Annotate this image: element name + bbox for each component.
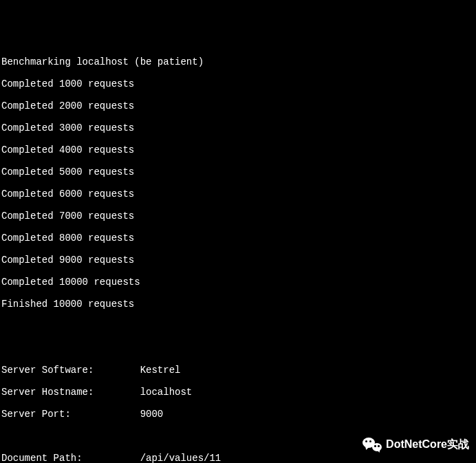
progress-line: Completed 3000 requests (1, 122, 476, 133)
progress-line: Completed 8000 requests (1, 233, 476, 244)
watermark-text: DotNetCore实战 (386, 439, 469, 450)
progress-line: Completed 9000 requests (1, 255, 476, 266)
progress-line: Completed 7000 requests (1, 211, 476, 222)
blank-line (1, 343, 476, 354)
watermark: DotNetCore实战 (363, 436, 469, 453)
progress-line: Completed 6000 requests (1, 189, 476, 200)
progress-line: Completed 4000 requests (1, 144, 476, 155)
wechat-icon (363, 436, 382, 453)
progress-line: Completed 5000 requests (1, 166, 476, 177)
server-port: Server Port: 9000 (1, 409, 476, 420)
benchmark-header: Benchmarking localhost (be patient) (1, 56, 476, 67)
progress-line: Completed 1000 requests (1, 78, 476, 89)
progress-line: Completed 10000 requests (1, 277, 476, 288)
terminal-output: Benchmarking localhost (be patient) Comp… (0, 44, 476, 463)
server-hostname: Server Hostname: localhost (1, 387, 476, 398)
progress-line: Completed 2000 requests (1, 100, 476, 111)
server-software: Server Software: Kestrel (1, 365, 476, 376)
document-path: Document Path: /api/values/11 (1, 453, 476, 463)
blank-line (1, 321, 476, 332)
progress-finished: Finished 10000 requests (1, 299, 476, 310)
